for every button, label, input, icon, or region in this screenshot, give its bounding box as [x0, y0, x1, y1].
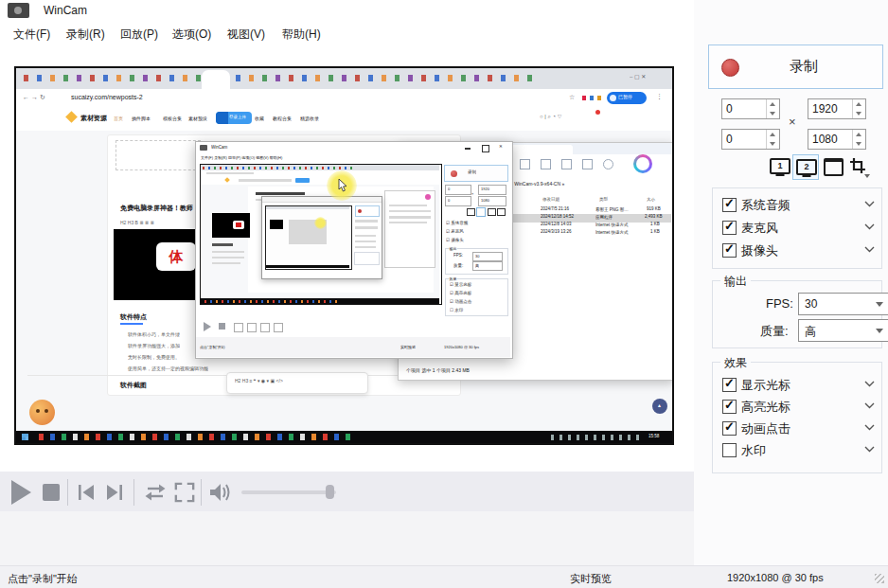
extension-icons[interactable] — [582, 96, 603, 100]
mini-tab-favicons — [203, 167, 354, 169]
text-skeleton — [389, 205, 427, 206]
output-group-title: 输出 — [720, 274, 751, 290]
chevron-down-icon[interactable] — [864, 402, 875, 409]
share-icon[interactable] — [561, 159, 572, 169]
nested-source: ☑ 系统音频 — [446, 220, 468, 225]
nav-favorites[interactable]: 收藏 — [255, 116, 264, 122]
fps-select[interactable]: 30 — [798, 293, 888, 315]
file-type: 看图王 PNG 图… — [595, 206, 629, 212]
menu-replay[interactable]: 回放(P) — [120, 27, 158, 43]
file-type: 应用程序 — [595, 214, 613, 220]
watermark-checkbox[interactable] — [722, 443, 737, 457]
loop-button[interactable] — [144, 483, 167, 502]
chevron-down-icon[interactable] — [864, 381, 875, 387]
chevron-down-icon[interactable] — [864, 446, 875, 453]
avatar[interactable] — [29, 400, 55, 425]
text-skeleton — [266, 206, 349, 209]
nav-presets[interactable]: 素材预设 — [188, 116, 207, 122]
column-date[interactable]: 修改日期 — [542, 196, 559, 202]
explorer-path[interactable]: » WinCam-v3.9-x64-CN » — [510, 181, 564, 187]
seek-start-button[interactable] — [76, 482, 97, 503]
browser-active-tab[interactable] — [202, 70, 230, 89]
monitor-1-button[interactable]: 1 — [770, 158, 790, 174]
nav-plugins[interactable]: 插件脚本 — [132, 116, 151, 122]
menu-record[interactable]: 录制(R) — [66, 27, 105, 43]
region-width-input[interactable]: 1920 — [808, 98, 866, 119]
highlight-cursor-checkbox[interactable] — [722, 400, 737, 414]
browser-tab-strip[interactable]: – ▢ ✕ — [16, 68, 672, 89]
nested-status-bar: 点击"录制"开始 实时预览 1920x1080 @ 30 fps — [196, 337, 510, 357]
taskbar-app-icons — [39, 434, 351, 440]
microphone-checkbox[interactable] — [722, 221, 737, 235]
copy-icon[interactable] — [541, 159, 551, 169]
trash-icon[interactable] — [520, 159, 530, 169]
column-size[interactable]: 大小 — [647, 196, 655, 202]
crop-dropdown-caret[interactable] — [864, 174, 870, 178]
nav-tutorials[interactable]: 教程合集 — [273, 116, 292, 122]
windows-start-icon — [22, 434, 28, 440]
fullscreen-button[interactable] — [174, 482, 195, 503]
spinner-arrows[interactable] — [852, 99, 865, 118]
nav-templates[interactable]: 模板合集 — [163, 116, 182, 122]
effects-group-title: 效果 — [720, 355, 751, 371]
record-dot-icon — [721, 59, 739, 77]
region-x-input[interactable]: 0 — [721, 98, 780, 119]
refresh-icon[interactable] — [603, 159, 613, 169]
text-skeleton — [355, 241, 376, 242]
nav-picks[interactable]: 精选收录 — [300, 116, 319, 122]
nested-effect: ☑ 显示光标 — [450, 281, 471, 287]
chevron-down-icon[interactable] — [864, 201, 875, 207]
site-brand[interactable]: 素材资源 — [80, 114, 107, 123]
menu-file[interactable]: 文件(F) — [13, 27, 50, 43]
record-button[interactable]: 录制 — [708, 45, 883, 89]
chevron-down-icon[interactable] — [864, 246, 875, 253]
chevron-down-icon[interactable] — [864, 424, 875, 431]
system-audio-checkbox[interactable] — [722, 198, 737, 212]
output-group: 输出 FPS: 30 质量: 高 — [712, 280, 882, 348]
nested-effects-group: 效果 ☑ 显示光标 ☑ 高亮光标 ☑ 动画点击 ☐ 水印 — [445, 278, 508, 316]
browser-nav-icons[interactable]: ← → ↻ — [23, 94, 45, 101]
menu-help[interactable]: 帮助(H) — [282, 27, 321, 43]
browser-window-controls[interactable]: – ▢ ✕ — [630, 74, 646, 80]
region-y-input[interactable]: 0 — [721, 129, 780, 150]
resize-grip[interactable] — [875, 574, 884, 583]
region-height-input[interactable]: 1080 — [808, 129, 866, 150]
spinner-arrows[interactable] — [852, 130, 865, 149]
bookmark-star-icon[interactable]: ☆ — [569, 94, 575, 101]
monitor-2-button[interactable]: 2 — [792, 154, 819, 180]
volume-icon[interactable] — [207, 480, 232, 505]
menu-options[interactable]: 选项(O) — [172, 27, 211, 43]
window-capture-button[interactable] — [824, 158, 844, 176]
status-resolution: 1920x1080 @ 30 fps — [727, 572, 824, 583]
stop-button[interactable] — [43, 484, 60, 501]
site-header-icons[interactable]: ○ | ⌕ ◔ ♡ — [540, 114, 561, 120]
nested-record-button: 录制 — [444, 165, 508, 182]
play-button[interactable] — [11, 480, 31, 505]
nested-mode-icon — [497, 208, 506, 216]
column-type[interactable]: 类型 — [599, 196, 608, 202]
show-cursor-checkbox[interactable] — [722, 378, 737, 392]
player-logo-icon — [633, 154, 652, 173]
animate-clicks-checkbox[interactable] — [722, 421, 737, 436]
quality-select[interactable]: 高 — [798, 319, 888, 342]
browser-menu-icon[interactable]: ⋮ — [656, 93, 663, 100]
sync-paused-badge[interactable]: 已暂停 — [607, 92, 647, 104]
nested-y-input: 0 — [445, 196, 471, 206]
chevron-down-icon[interactable] — [864, 223, 875, 230]
seek-end-button[interactable] — [104, 482, 125, 503]
spinner-arrows[interactable] — [766, 99, 779, 118]
save-icon[interactable] — [582, 159, 593, 169]
menu-view[interactable]: 视图(V) — [227, 27, 265, 43]
nested-times: × — [471, 191, 473, 195]
back-to-top-button[interactable]: ▲ — [652, 399, 667, 414]
spinner-arrows[interactable] — [766, 130, 779, 149]
article-format-toolbar[interactable]: H2 H3 B ≣ ≣ ≣ — [120, 220, 154, 225]
volume-slider[interactable] — [241, 490, 336, 494]
camera-checkbox[interactable] — [722, 243, 737, 258]
volume-slider-thumb[interactable] — [326, 485, 334, 499]
editor-floating-toolbar[interactable]: H2 H3 ≡ ❝ ▾ ◉ ▾ ▣ </> — [226, 372, 368, 394]
browser-url[interactable]: sucaizy.com/newposts-2 — [71, 94, 143, 101]
crop-region-button[interactable] — [849, 157, 866, 174]
nav-home[interactable]: 首页 — [114, 116, 123, 122]
upload-login-button[interactable]: 登录上传 — [216, 112, 252, 124]
